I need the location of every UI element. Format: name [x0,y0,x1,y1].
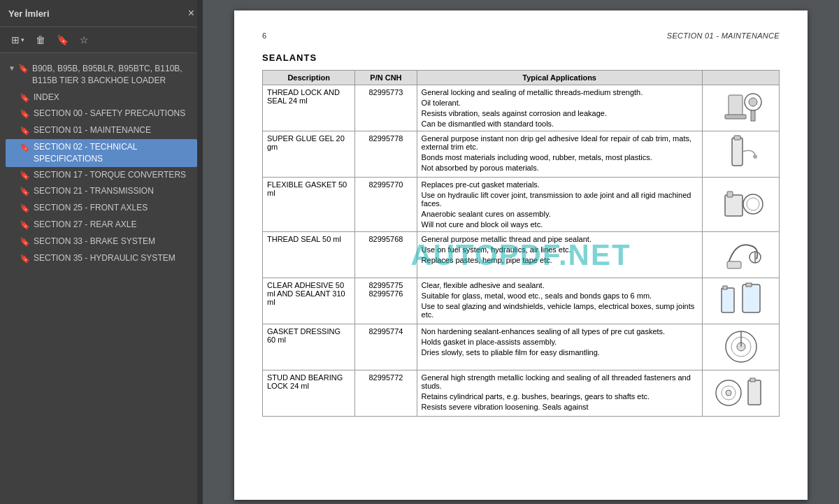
sidebar-resize-handle[interactable] [197,0,203,504]
application-text: Use to seal glazing and windshields, veh… [422,302,698,319]
application-text: Dries slowly, sets to pliable film for e… [422,348,698,357]
cell-applications: Non hardening sealant-enhances sealing o… [417,324,702,370]
cell-pn: 82995778 [355,131,417,178]
collapse-arrow-icon: ▼ [8,64,15,72]
svg-point-3 [749,98,757,106]
sidebar-item-label: SECTION 17 - TORQUE CONVERTERS [34,169,186,181]
view-toolbar-button[interactable]: ⊞ ▾ [7,31,29,48]
section-heading: SEALANTS [262,52,780,63]
col-header-applications: Typical Applications [417,71,702,85]
svg-rect-12 [727,261,741,268]
cell-description: STUD AND BEARING LOCK 24 ml [263,370,355,417]
bookmark-item-icon: 🔖 [20,92,30,104]
grid-icon: ⊞ [11,34,20,45]
application-text: Not absorbed by porous materials. [422,164,698,172]
application-text: Holds gasket in place-assists assembly. [422,338,698,346]
cell-applications: General purpose instant non drip gel adh… [417,131,702,178]
sidebar-toolbar: ⊞ ▾ 🗑 🔖 ☆ [0,27,203,53]
svg-point-11 [747,198,759,210]
table-row: CLEAR ADHESIVE 50 ml AND SEALANT 310 ml8… [263,278,780,324]
application-text: Will not cure and block oil ways etc. [422,220,698,229]
application-text: Non hardening sealant-enhances sealing o… [422,327,698,336]
sidebar-item-s01[interactable]: 🔖SECTION 01 - MAINTENANCE [6,122,197,139]
pn-value-2: 82995776 [368,289,403,298]
application-text: Can be dismantled with standard tools. [422,120,698,128]
sidebar-item-label: SECTION 35 - HYDRAULIC SYSTEM [34,252,175,264]
cell-description: FLEXIBLE GASKET 50 ml [263,178,355,232]
cell-pn: 82995773 [355,85,417,131]
svg-rect-16 [723,286,727,289]
col-header-pn: P/N CNH [355,71,417,85]
page-number: 6 [262,31,266,40]
svg-rect-15 [722,288,734,312]
application-text: General high strength metallic locking a… [422,373,698,390]
table-row: STUD AND BEARING LOCK 24 ml82995772Gener… [263,370,780,417]
sidebar-item-label: SECTION 02 - TECHNICAL SPECIFICATIONS [34,141,194,165]
cell-pn: 82995774 [355,324,417,370]
bookmark-item-icon: 🔖 [20,170,30,182]
page-section-title: SECTION 01 - MAINTENANCE [667,31,780,40]
root-tree-item[interactable]: ▼ 🔖 B90B, B95B, B95BLR, B95BTC, B110B, B… [6,60,197,89]
svg-rect-0 [729,95,743,116]
sidebar-item-s21[interactable]: 🔖SECTION 21 - TRANSMISSION [6,183,197,200]
application-text: Anaerobic sealant cures on assembly. [422,210,698,218]
bookmark-item-icon: 🔖 [20,203,30,215]
sidebar-item-s17[interactable]: 🔖SECTION 17 - TORQUE CONVERTERS [6,167,197,184]
sidebar-item-s25[interactable]: 🔖SECTION 25 - FRONT AXLES [6,200,197,217]
application-text: General locking and sealing of metallic … [422,88,698,96]
delete-bookmark-button[interactable]: 🗑 [31,31,50,48]
add-bookmark-button[interactable]: 🔖 [52,31,73,48]
application-text: Resists vibration, seals against corrosi… [422,109,698,117]
svg-point-10 [743,194,763,214]
col-header-description: Description [263,71,355,85]
cell-image [702,85,779,131]
application-text: Resists severe vibration loosening. Seal… [422,403,698,411]
bookmark-item-icon: 🔖 [20,236,30,248]
main-content: AUTOPDF.NET 6 SECTION 01 - MAINTENANCE S… [203,0,839,504]
application-text: Replaces pre-cut gasket materials. [422,180,698,189]
sidebar-item-s02[interactable]: 🔖SECTION 02 - TECHNICAL SPECIFICATIONS [6,139,197,167]
page-header: 6 SECTION 01 - MAINTENANCE [262,31,780,40]
bookmark-item-icon: 🔖 [20,142,30,154]
cell-pn: 8299577582995776 [355,278,417,324]
sidebar-item-label: SECTION 01 - MAINTENANCE [34,124,151,136]
application-text: Replaces pastes, hemp, pipe tape etc. [422,256,698,264]
sidebar-item-label: SECTION 33 - BRAKE SYSTEM [34,236,155,247]
sidebar-close-button[interactable]: × [188,7,194,20]
svg-rect-1 [725,115,746,119]
application-text: General purpose instant non drip gel adh… [422,134,698,151]
cell-description: GASKET DRESSING 60 ml [263,324,355,370]
application-text: General purpose metallic thread and pipe… [422,235,698,243]
sidebar-item-label: SECTION 21 - TRANSMISSION [34,185,154,197]
table-row: THREAD LOCK AND SEAL 24 ml82995773Genera… [263,85,780,131]
svg-rect-25 [748,380,761,405]
cell-applications: Clear, flexible adhesive and sealant.Sui… [417,278,702,324]
sidebar-header: Yer İmleri × [0,0,203,27]
sidebar-item-s00[interactable]: 🔖SECTION 00 - SAFETY PRECAUTIONS [6,106,197,122]
table-row: FLEXIBLE GASKET 50 ml82995770Replaces pr… [263,178,780,232]
cell-image [702,324,779,370]
cell-pn: 82995772 [355,370,417,417]
pn-value-1: 82995775 [368,281,403,289]
sidebar-tree: ▼ 🔖 B90B, B95B, B95BLR, B95BTC, B110B, B… [0,53,203,504]
svg-rect-5 [732,138,743,166]
sidebar-item-index[interactable]: 🔖INDEX [6,89,197,106]
bookmark-item-icon: 🔖 [20,219,30,231]
sidebar-item-s35[interactable]: 🔖SECTION 35 - HYDRAULIC SYSTEM [6,250,197,267]
star-button[interactable]: ☆ [76,31,93,48]
cell-image [702,278,779,324]
application-text: Suitable for glass, metal, wood etc., se… [422,291,698,300]
svg-rect-18 [746,283,752,287]
application-text: Use on fuel system, hydraulics, air line… [422,245,698,254]
bookmark-item-icon: 🔖 [20,108,30,120]
root-item-label: B90B, B95B, B95BLR, B95BTC, B110B, B115B… [32,63,194,87]
sidebar-item-s33[interactable]: 🔖SECTION 33 - BRAKE SYSTEM [6,233,197,250]
application-text: Use on hydraulic lift cover joint, trans… [422,191,698,208]
bookmark-add-icon: 🔖 [57,34,69,45]
cell-description: THREAD SEAL 50 ml [263,232,355,278]
trash-icon: 🗑 [36,34,45,45]
svg-point-24 [726,390,731,396]
sidebar-item-s27[interactable]: 🔖SECTION 27 - REAR AXLE [6,217,197,233]
svg-rect-8 [725,195,743,216]
cell-image [702,370,779,417]
